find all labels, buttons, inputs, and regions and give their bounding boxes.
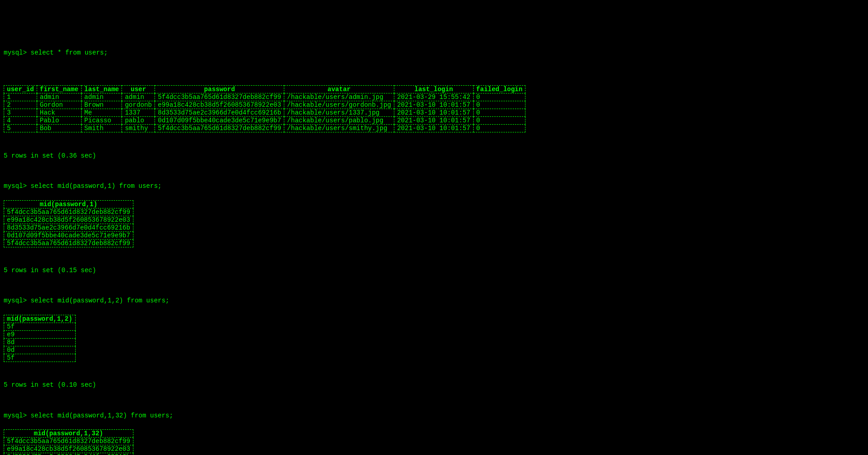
table-cell: 0 — [473, 125, 525, 132]
table-cell: 8d — [4, 338, 76, 346]
table-cell: 0 — [473, 101, 525, 109]
column-header: user_id — [4, 86, 37, 93]
table-row: 5f — [4, 354, 76, 362]
table-row: 2GordonBrowngordonbe99a18c428cb38d5f2608… — [4, 101, 525, 109]
table-cell: Brown — [81, 101, 122, 109]
table-cell: 8d3533d75ae2c3966d7e0d4fcc69216b — [4, 224, 133, 231]
column-header: mid(password,1,32) — [4, 429, 133, 437]
table-cell: 5f — [4, 354, 76, 362]
table-cell: 4 — [4, 117, 37, 125]
table-cell: 8d3533d75ae2c3966d7e0d4fcc69216b — [4, 453, 133, 455]
table-row: 4PabloPicassopablo0d107d09f5bbe40cade3de… — [4, 117, 525, 125]
table-cell: 0d — [4, 346, 76, 354]
query2-prompt: mysql> select mid(password,1) from users… — [4, 182, 864, 191]
table-row: 1adminadminadmin5f4dcc3b5aa765d61d8327de… — [4, 93, 525, 101]
table-cell: 0d107d09f5bbe40cade3de5c71e9e9b7 — [4, 231, 133, 239]
query4-table-container: mid(password,1,32)5f4dcc3b5aa765d61d8327… — [4, 429, 864, 455]
terminal: mysql> select * from users; — [4, 4, 864, 85]
table-row: e99a18c428cb38d5f260853678922e03 — [4, 445, 133, 453]
table-cell: /hackable/users/pablo.jpg — [284, 117, 394, 125]
table-cell: admin — [81, 93, 122, 101]
table-cell: 2021-03-10 10:01:57 — [394, 125, 473, 132]
query1-rows-info: 5 rows in set (0.36 sec) — [4, 152, 864, 161]
query3-table: mid(password,1,2)5fe98d0d5f — [4, 315, 76, 362]
table-cell: Pablo — [37, 117, 81, 125]
table-cell: 1 — [4, 93, 37, 101]
query3-prompt: mysql> select mid(password,1,2) from use… — [4, 296, 864, 306]
query2-table: mid(password,1)5f4dcc3b5aa765d61d8327deb… — [4, 200, 133, 247]
table-cell: 2021-03-29 15:55:42 — [394, 93, 473, 101]
query2-table-container: mid(password,1)5f4dcc3b5aa765d61d8327deb… — [4, 200, 864, 247]
table-row: 3HackMe13378d3533d75ae2c3966d7e0d4fcc692… — [4, 109, 525, 117]
table-row: e99a18c428cb38d5f260853678922e03 — [4, 216, 133, 224]
table-cell: 1337 — [122, 109, 155, 117]
table-cell: Hack — [37, 109, 81, 117]
table-cell: admin — [122, 93, 155, 101]
table-cell: 5 — [4, 125, 37, 132]
column-header: mid(password,1,2) — [4, 315, 76, 323]
table-cell: /hackable/users/1337.jpg — [284, 109, 394, 117]
table-cell: 5f — [4, 323, 76, 330]
query1-section: mysql> select * from users; — [4, 31, 864, 76]
table-cell: pablo — [122, 117, 155, 125]
column-header: avatar — [284, 86, 394, 93]
query1-prompt: mysql> select * from users; — [4, 49, 864, 58]
table-cell: 5f4dcc3b5aa765d61d8327deb882cf99 — [155, 93, 284, 101]
table-cell: e99a18c428cb38d5f260853678922e03 — [4, 445, 133, 453]
terminal4: 5 rows in set (0.10 sec) mysql> select m… — [4, 362, 864, 429]
table-cell: Gordon — [37, 101, 81, 109]
query2-rows-info: 5 rows in set (0.15 sec) — [4, 266, 864, 275]
query1-table-container: user_idfirst_namelast_nameuserpasswordav… — [4, 85, 864, 132]
table-cell: Smith — [81, 125, 122, 132]
query3-table-container: mid(password,1,2)5fe98d0d5f — [4, 315, 864, 362]
table-row: 5f4dcc3b5aa765d61d8327deb882cf99 — [4, 208, 133, 216]
table-cell: 5f4dcc3b5aa765d61d8327deb882cf99 — [155, 125, 284, 132]
table-cell: gordonb — [122, 101, 155, 109]
query4-prompt: mysql> select mid(password,1,32) from us… — [4, 411, 864, 421]
table-cell: 2021-03-10 10:01:57 — [394, 109, 473, 117]
table-cell: 3 — [4, 109, 37, 117]
table-row: e9 — [4, 330, 76, 338]
column-header: password — [155, 86, 284, 93]
table-cell: admin — [37, 93, 81, 101]
terminal3: 5 rows in set (0.15 sec) mysql> select m… — [4, 247, 864, 315]
column-header: last_login — [394, 86, 473, 93]
table-cell: 5f4dcc3b5aa765d61d8327deb882cf99 — [4, 208, 133, 216]
table-cell: Picasso — [81, 117, 122, 125]
query3-rows-info: 5 rows in set (0.10 sec) — [4, 381, 864, 390]
table-row: 8d3533d75ae2c3966d7e0d4fcc69216b — [4, 224, 133, 231]
table-row: 5f4dcc3b5aa765d61d8327deb882cf99 — [4, 239, 133, 247]
column-header: mid(password,1) — [4, 200, 133, 208]
column-header: user — [122, 86, 155, 93]
table-cell: 0d107d09f5bbe40cade3de5c71e9e9b7 — [155, 117, 284, 125]
table-cell: /hackable/users/admin.jpg — [284, 93, 394, 101]
table-row: 8d — [4, 338, 76, 346]
column-header: failed_login — [473, 86, 525, 93]
table-row: 5BobSmithsmithy5f4dcc3b5aa765d61d8327deb… — [4, 125, 525, 132]
table-cell: 2021-03-10 10:01:57 — [394, 101, 473, 109]
table-cell: 8d3533d75ae2c3966d7e0d4fcc69216b — [155, 109, 284, 117]
terminal2: 5 rows in set (0.36 sec) mysql> select m… — [4, 132, 864, 200]
table-cell: smithy — [122, 125, 155, 132]
table-cell: e9 — [4, 330, 76, 338]
query1-table: user_idfirst_namelast_nameuserpasswordav… — [4, 85, 525, 132]
query4-table: mid(password,1,32)5f4dcc3b5aa765d61d8327… — [4, 429, 133, 455]
table-row: 0d107d09f5bbe40cade3de5c71e9e9b7 — [4, 231, 133, 239]
table-cell: 5f4dcc3b5aa765d61d8327deb882cf99 — [4, 239, 133, 247]
table-cell: 0 — [473, 93, 525, 101]
table-cell: Me — [81, 109, 122, 117]
table-row: 5f — [4, 323, 76, 330]
column-header: first_name — [37, 86, 81, 93]
table-row: 5f4dcc3b5aa765d61d8327deb882cf99 — [4, 437, 133, 445]
table-cell: e99a18c428cb38d5f260853678922e03 — [4, 216, 133, 224]
table-cell: 5f4dcc3b5aa765d61d8327deb882cf99 — [4, 437, 133, 445]
table-row: 8d3533d75ae2c3966d7e0d4fcc69216b — [4, 453, 133, 455]
table-cell: Bob — [37, 125, 81, 132]
table-cell: 0 — [473, 117, 525, 125]
table-cell: 0 — [473, 109, 525, 117]
table-row: 0d — [4, 346, 76, 354]
column-header: last_name — [81, 86, 122, 93]
table-cell: 2021-03-10 10:01:57 — [394, 117, 473, 125]
table-cell: e99a18c428cb38d5f260853678922e03 — [155, 101, 284, 109]
table-cell: /hackable/users/smithy.jpg — [284, 125, 394, 132]
